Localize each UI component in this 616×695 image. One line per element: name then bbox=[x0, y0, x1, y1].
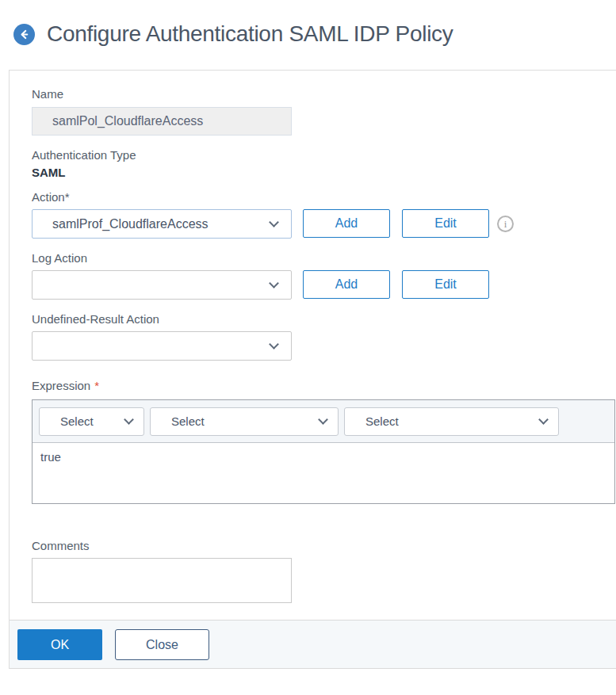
expression-label: Expression bbox=[32, 379, 90, 392]
chevron-down-icon bbox=[269, 339, 279, 349]
required-asterisk: * bbox=[94, 379, 99, 392]
chevron-down-icon bbox=[124, 414, 134, 425]
auth-type-value: SAML bbox=[32, 166, 616, 179]
chevron-down-icon bbox=[318, 414, 328, 425]
expression-textarea[interactable]: true bbox=[33, 443, 614, 503]
back-button[interactable] bbox=[13, 24, 35, 45]
action-dropdown[interactable]: samlProf_CloudflareAccess bbox=[32, 209, 292, 239]
auth-type-label: Authentication Type bbox=[32, 148, 616, 162]
expression-toolbar: Select Select Select bbox=[33, 400, 614, 443]
action-edit-button[interactable]: Edit bbox=[402, 209, 489, 238]
chevron-down-icon bbox=[269, 278, 279, 288]
log-action-edit-button[interactable]: Edit bbox=[402, 270, 489, 299]
action-add-button[interactable]: Add bbox=[303, 209, 390, 238]
arrow-left-icon bbox=[18, 29, 30, 40]
ok-button[interactable]: OK bbox=[17, 629, 102, 660]
dialog-footer: OK Close bbox=[10, 620, 616, 669]
log-action-dropdown[interactable] bbox=[32, 270, 292, 300]
info-icon[interactable]: i bbox=[497, 216, 514, 232]
chevron-down-icon bbox=[269, 217, 279, 227]
expression-select-2-value: Select bbox=[151, 414, 313, 428]
expression-select-1[interactable]: Select bbox=[39, 407, 144, 436]
undefined-result-action-label: Undefined-Result Action bbox=[32, 312, 616, 326]
log-action-add-button[interactable]: Add bbox=[303, 270, 390, 299]
dialog-header: Configure Authentication SAML IDP Policy bbox=[0, 0, 616, 47]
undefined-result-action-dropdown[interactable] bbox=[32, 331, 292, 361]
expression-select-2[interactable]: Select bbox=[150, 407, 339, 436]
comments-textarea[interactable] bbox=[32, 558, 292, 603]
saml-idp-policy-form: Name samlPol_CloudflareAccess Authentica… bbox=[9, 70, 616, 669]
comments-label: Comments bbox=[32, 539, 616, 552]
chevron-down-icon bbox=[538, 414, 549, 425]
log-action-label: Log Action bbox=[32, 251, 616, 265]
action-label: Action* bbox=[32, 190, 616, 204]
expression-editor: Select Select Select true bbox=[32, 399, 615, 504]
name-label: Name bbox=[32, 87, 616, 101]
name-input: samlPol_CloudflareAccess bbox=[32, 107, 292, 136]
action-dropdown-value: samlProf_CloudflareAccess bbox=[33, 217, 264, 231]
page-title: Configure Authentication SAML IDP Policy bbox=[47, 21, 453, 47]
expression-select-3-value: Select bbox=[345, 414, 534, 428]
expression-select-3[interactable]: Select bbox=[344, 407, 559, 436]
expression-select-1-value: Select bbox=[40, 414, 119, 428]
close-button[interactable]: Close bbox=[115, 629, 209, 660]
